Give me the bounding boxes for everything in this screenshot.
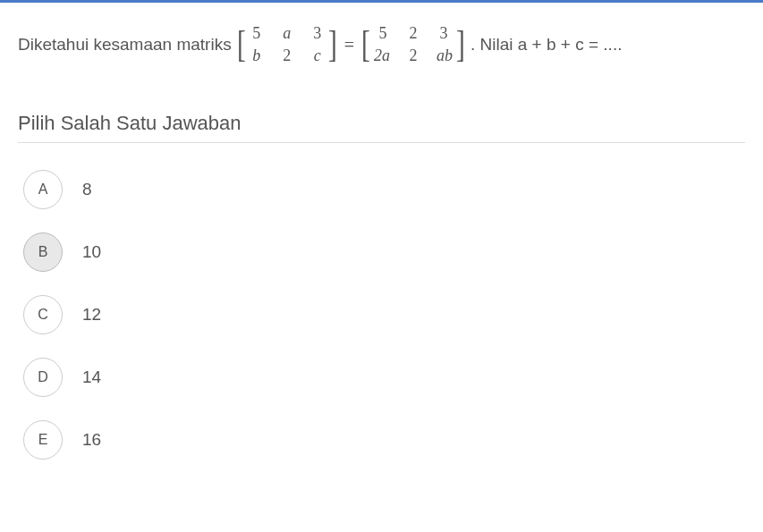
matrix-right-content: 5 2 3 2a 2 ab (374, 22, 453, 67)
matrix-cell: ab (437, 45, 453, 67)
answer-circle-d[interactable]: D (23, 358, 63, 397)
matrix-right-row2: 2a 2 ab (374, 45, 453, 67)
section-title: Pilih Salah Satu Jawaban (18, 112, 745, 143)
answer-text-a: 8 (82, 180, 92, 199)
answer-circle-b[interactable]: B (23, 232, 63, 272)
matrix-cell: 2a (374, 45, 390, 67)
question-prefix: Diketahui kesamaan matriks (18, 33, 232, 57)
matrix-cell: c (310, 45, 325, 67)
matrix-cell: 2 (406, 22, 420, 45)
matrix-cell: 5 (250, 22, 264, 45)
matrix-right: [ 5 2 3 2a 2 ab ] (360, 22, 467, 67)
answer-text-d: 14 (82, 367, 101, 387)
section-divider: Pilih Salah Satu Jawaban (0, 112, 763, 143)
bracket-left-open: [ (237, 28, 246, 62)
matrix-right-row1: 5 2 3 (374, 22, 453, 45)
answer-text-c: 12 (82, 305, 101, 325)
matrix-cell: a (280, 22, 294, 45)
matrix-left-row2: b 2 c (250, 45, 325, 67)
matrix-cell: b (250, 45, 264, 67)
answers-list: A 8 B 10 C 12 D 14 E 16 (0, 143, 763, 460)
matrix-left-content: 5 a 3 b 2 c (250, 22, 325, 67)
bracket-right-close: ] (456, 28, 465, 62)
matrix-cell: 2 (280, 45, 294, 67)
answer-option-b[interactable]: B 10 (23, 232, 745, 272)
answer-text-b: 10 (82, 242, 101, 262)
matrix-cell: 2 (406, 45, 420, 67)
matrix-left-row1: 5 a 3 (250, 22, 325, 45)
answer-option-e[interactable]: E 16 (23, 420, 745, 460)
answer-option-a[interactable]: A 8 (23, 170, 745, 209)
answer-text-e: 16 (82, 430, 101, 450)
answer-option-c[interactable]: C 12 (23, 295, 745, 334)
matrix-cell: 3 (310, 22, 325, 45)
equals-sign: = (344, 32, 354, 57)
answer-circle-e[interactable]: E (23, 420, 63, 460)
matrix-cell: 5 (376, 22, 390, 45)
matrix-cell: 3 (437, 22, 451, 45)
question-container: Diketahui kesamaan matriks [ 5 a 3 b 2 c (0, 3, 763, 67)
bracket-left-close: ] (328, 28, 337, 62)
matrix-left: [ 5 a 3 b 2 c ] (235, 22, 339, 67)
question-suffix: . Nilai a + b + c = .... (471, 33, 623, 57)
bracket-right-open: [ (361, 28, 370, 62)
answer-option-d[interactable]: D 14 (23, 358, 745, 397)
matrix-equation: [ 5 a 3 b 2 c ] = [ (235, 22, 467, 67)
answer-circle-a[interactable]: A (23, 170, 63, 209)
question-text: Diketahui kesamaan matriks [ 5 a 3 b 2 c (18, 22, 745, 67)
answer-circle-c[interactable]: C (23, 295, 63, 334)
